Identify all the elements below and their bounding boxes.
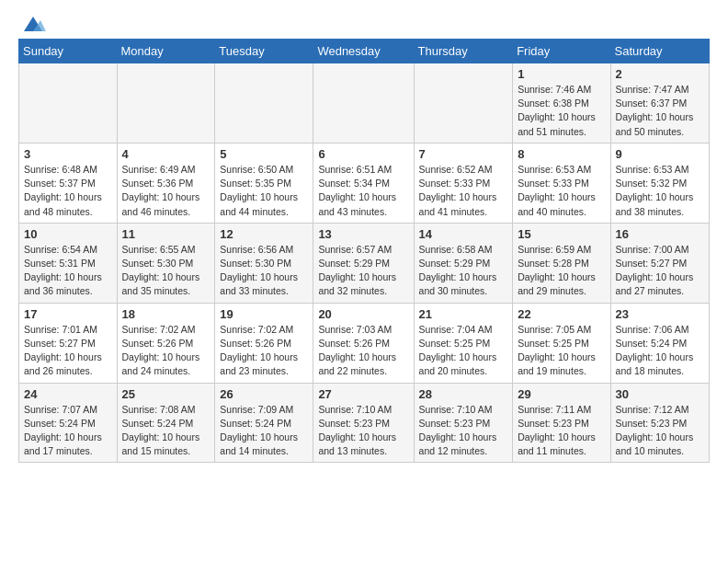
calendar-week-row: 1Sunrise: 7:46 AMSunset: 6:38 PMDaylight… — [19, 63, 710, 144]
calendar-cell: 11Sunrise: 6:55 AMSunset: 5:30 PMDayligh… — [117, 223, 215, 303]
day-number: 14 — [419, 227, 508, 241]
calendar-day-header: Friday — [513, 40, 610, 63]
calendar-week-row: 17Sunrise: 7:01 AMSunset: 5:27 PMDayligh… — [19, 303, 710, 383]
day-info: Sunrise: 7:46 AMSunset: 6:38 PMDaylight:… — [518, 83, 605, 139]
logo-text — [18, 15, 46, 35]
calendar-cell: 18Sunrise: 7:02 AMSunset: 5:26 PMDayligh… — [117, 303, 215, 383]
day-number: 1 — [518, 67, 605, 81]
day-info: Sunrise: 7:06 AMSunset: 5:24 PMDaylight:… — [616, 323, 704, 379]
calendar-day-header: Thursday — [414, 40, 513, 63]
day-info: Sunrise: 7:04 AMSunset: 5:25 PMDaylight:… — [419, 323, 508, 379]
calendar-cell: 17Sunrise: 7:01 AMSunset: 5:27 PMDayligh… — [19, 303, 118, 383]
calendar-cell: 4Sunrise: 6:49 AMSunset: 5:36 PMDaylight… — [117, 143, 215, 223]
day-number: 22 — [518, 307, 605, 321]
calendar-cell: 21Sunrise: 7:04 AMSunset: 5:25 PMDayligh… — [414, 303, 513, 383]
day-number: 17 — [24, 307, 112, 321]
calendar-cell: 7Sunrise: 6:52 AMSunset: 5:33 PMDaylight… — [414, 143, 513, 223]
calendar-cell — [414, 63, 513, 144]
day-number: 18 — [122, 307, 210, 321]
calendar-cell: 1Sunrise: 7:46 AMSunset: 6:38 PMDaylight… — [513, 63, 610, 144]
calendar-cell: 12Sunrise: 6:56 AMSunset: 5:30 PMDayligh… — [215, 223, 313, 303]
day-number: 9 — [616, 147, 704, 161]
day-number: 12 — [220, 227, 308, 241]
calendar-cell: 5Sunrise: 6:50 AMSunset: 5:35 PMDaylight… — [215, 143, 313, 223]
calendar-cell: 9Sunrise: 6:53 AMSunset: 5:32 PMDaylight… — [610, 143, 709, 223]
day-info: Sunrise: 6:56 AMSunset: 5:30 PMDaylight:… — [220, 243, 308, 299]
day-number: 28 — [419, 387, 508, 401]
logo — [18, 15, 46, 31]
day-number: 11 — [122, 227, 210, 241]
calendar-cell: 16Sunrise: 7:00 AMSunset: 5:27 PMDayligh… — [610, 223, 709, 303]
header — [18, 15, 710, 31]
day-info: Sunrise: 7:05 AMSunset: 5:25 PMDaylight:… — [518, 323, 605, 379]
day-info: Sunrise: 6:48 AMSunset: 5:37 PMDaylight:… — [24, 163, 112, 219]
page: SundayMondayTuesdayWednesdayThursdayFrid… — [0, 0, 728, 477]
day-info: Sunrise: 7:03 AMSunset: 5:26 PMDaylight:… — [318, 323, 408, 379]
day-number: 25 — [122, 387, 210, 401]
calendar-cell: 25Sunrise: 7:08 AMSunset: 5:24 PMDayligh… — [117, 383, 215, 463]
day-number: 16 — [616, 227, 704, 241]
calendar-cell: 14Sunrise: 6:58 AMSunset: 5:29 PMDayligh… — [414, 223, 513, 303]
day-info: Sunrise: 7:02 AMSunset: 5:26 PMDaylight:… — [220, 323, 308, 379]
calendar-cell: 23Sunrise: 7:06 AMSunset: 5:24 PMDayligh… — [610, 303, 709, 383]
calendar-cell: 13Sunrise: 6:57 AMSunset: 5:29 PMDayligh… — [313, 223, 414, 303]
calendar-week-row: 10Sunrise: 6:54 AMSunset: 5:31 PMDayligh… — [19, 223, 710, 303]
day-number: 24 — [24, 387, 112, 401]
day-number: 23 — [616, 307, 704, 321]
day-info: Sunrise: 7:07 AMSunset: 5:24 PMDaylight:… — [24, 403, 112, 459]
day-info: Sunrise: 7:02 AMSunset: 5:26 PMDaylight:… — [122, 323, 210, 379]
calendar-cell — [215, 63, 313, 144]
day-info: Sunrise: 7:47 AMSunset: 6:37 PMDaylight:… — [616, 83, 704, 139]
day-info: Sunrise: 6:49 AMSunset: 5:36 PMDaylight:… — [122, 163, 210, 219]
day-info: Sunrise: 7:08 AMSunset: 5:24 PMDaylight:… — [122, 403, 210, 459]
day-number: 3 — [24, 147, 112, 161]
day-number: 19 — [220, 307, 308, 321]
calendar-week-row: 3Sunrise: 6:48 AMSunset: 5:37 PMDaylight… — [19, 143, 710, 223]
calendar-day-header: Wednesday — [313, 40, 414, 63]
day-number: 15 — [518, 227, 605, 241]
day-info: Sunrise: 6:59 AMSunset: 5:28 PMDaylight:… — [518, 243, 605, 299]
day-number: 6 — [318, 147, 408, 161]
day-info: Sunrise: 7:10 AMSunset: 5:23 PMDaylight:… — [318, 403, 408, 459]
calendar-day-header: Saturday — [610, 40, 709, 63]
calendar-day-header: Tuesday — [215, 40, 313, 63]
day-info: Sunrise: 6:54 AMSunset: 5:31 PMDaylight:… — [24, 243, 112, 299]
calendar-cell: 15Sunrise: 6:59 AMSunset: 5:28 PMDayligh… — [513, 223, 610, 303]
day-info: Sunrise: 6:53 AMSunset: 5:32 PMDaylight:… — [616, 163, 704, 219]
day-number: 2 — [616, 67, 704, 81]
calendar-cell — [313, 63, 414, 144]
calendar-cell — [117, 63, 215, 144]
day-info: Sunrise: 6:50 AMSunset: 5:35 PMDaylight:… — [220, 163, 308, 219]
day-info: Sunrise: 6:57 AMSunset: 5:29 PMDaylight:… — [318, 243, 408, 299]
calendar-cell: 26Sunrise: 7:09 AMSunset: 5:24 PMDayligh… — [215, 383, 313, 463]
calendar-cell: 20Sunrise: 7:03 AMSunset: 5:26 PMDayligh… — [313, 303, 414, 383]
day-info: Sunrise: 7:09 AMSunset: 5:24 PMDaylight:… — [220, 403, 308, 459]
day-number: 20 — [318, 307, 408, 321]
day-info: Sunrise: 6:51 AMSunset: 5:34 PMDaylight:… — [318, 163, 408, 219]
day-info: Sunrise: 7:12 AMSunset: 5:23 PMDaylight:… — [616, 403, 704, 459]
day-number: 4 — [122, 147, 210, 161]
day-number: 10 — [24, 227, 112, 241]
day-number: 27 — [318, 387, 408, 401]
day-info: Sunrise: 7:11 AMSunset: 5:23 PMDaylight:… — [518, 403, 605, 459]
calendar-cell: 19Sunrise: 7:02 AMSunset: 5:26 PMDayligh… — [215, 303, 313, 383]
calendar-cell: 22Sunrise: 7:05 AMSunset: 5:25 PMDayligh… — [513, 303, 610, 383]
day-info: Sunrise: 6:52 AMSunset: 5:33 PMDaylight:… — [419, 163, 508, 219]
day-info: Sunrise: 7:00 AMSunset: 5:27 PMDaylight:… — [616, 243, 704, 299]
calendar-cell: 28Sunrise: 7:10 AMSunset: 5:23 PMDayligh… — [414, 383, 513, 463]
day-number: 13 — [318, 227, 408, 241]
calendar-header-row: SundayMondayTuesdayWednesdayThursdayFrid… — [19, 40, 710, 63]
day-number: 29 — [518, 387, 605, 401]
calendar-day-header: Sunday — [19, 40, 118, 63]
calendar-cell: 6Sunrise: 6:51 AMSunset: 5:34 PMDaylight… — [313, 143, 414, 223]
calendar: SundayMondayTuesdayWednesdayThursdayFrid… — [18, 39, 710, 463]
calendar-week-row: 24Sunrise: 7:07 AMSunset: 5:24 PMDayligh… — [19, 383, 710, 463]
calendar-cell: 30Sunrise: 7:12 AMSunset: 5:23 PMDayligh… — [610, 383, 709, 463]
calendar-cell: 27Sunrise: 7:10 AMSunset: 5:23 PMDayligh… — [313, 383, 414, 463]
calendar-cell: 3Sunrise: 6:48 AMSunset: 5:37 PMDaylight… — [19, 143, 118, 223]
day-info: Sunrise: 6:53 AMSunset: 5:33 PMDaylight:… — [518, 163, 605, 219]
day-number: 30 — [616, 387, 704, 401]
calendar-cell: 24Sunrise: 7:07 AMSunset: 5:24 PMDayligh… — [19, 383, 118, 463]
calendar-day-header: Monday — [117, 40, 215, 63]
calendar-cell: 2Sunrise: 7:47 AMSunset: 6:37 PMDaylight… — [610, 63, 709, 144]
